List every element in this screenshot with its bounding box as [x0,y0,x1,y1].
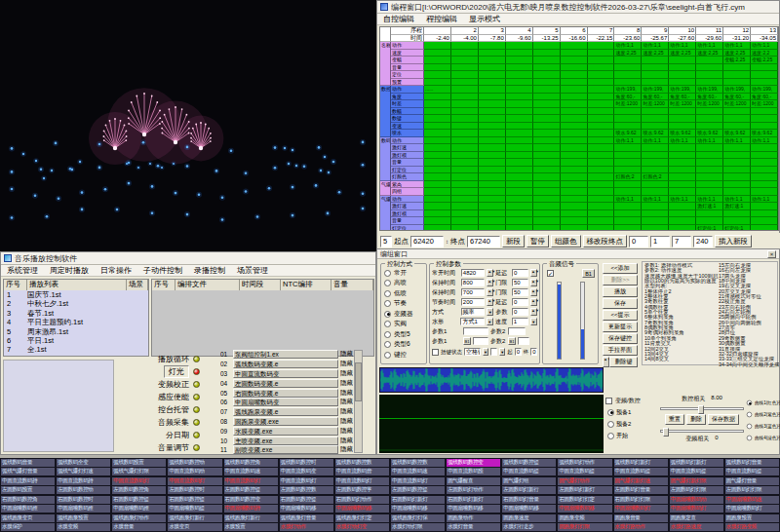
table-cell[interactable] [669,181,696,189]
spinner-icon[interactable]: ▲▼ [487,269,493,277]
table-cell[interactable] [451,50,479,57]
exe-name-chip[interactable]: 副喷变频.exe [233,445,338,454]
table-cell[interactable] [451,159,479,167]
table-cell[interactable] [479,225,506,232]
table-cell[interactable] [561,196,588,204]
table-cell[interactable] [588,137,615,145]
table-cell[interactable] [479,144,506,152]
exe-name-chip[interactable]: 左圆数码变频.e [233,379,338,388]
table-cell[interactable] [451,173,479,181]
table-cell[interactable] [588,188,615,196]
table-cell[interactable]: 灯颜色:2 [642,173,669,181]
channel-cell[interactable]: 弧线数码数控时 [280,459,333,467]
table-cell[interactable]: 时差:1200 [669,100,696,108]
channel-cell[interactable]: 中圆直流数码预 [447,468,500,475]
table-cell[interactable] [669,115,696,123]
table-cell[interactable] [479,167,506,174]
channel-cell[interactable]: 左圆数码数控动 [57,486,110,494]
table-cell[interactable] [451,167,479,174]
table-cell[interactable] [424,217,451,225]
side-button[interactable]: 保存键控 [603,333,638,344]
table-cell[interactable] [751,225,778,232]
table-cell[interactable] [506,188,533,196]
playlist-row[interactable]: 2中秋七夕.1st [4,299,148,308]
table-cell[interactable] [479,130,506,137]
table-cell[interactable] [669,210,696,218]
table-cell[interactable] [614,115,642,123]
table-cell[interactable]: 动作:1,1 [723,42,751,50]
table-cell[interactable]: 动作:199, [642,86,669,94]
table-cell[interactable] [751,144,778,152]
table-cell[interactable] [533,173,561,181]
table-cell[interactable]: 角度:60,- [696,94,723,101]
table-cell[interactable]: ...... [424,86,451,94]
table-cell[interactable] [506,115,533,123]
table-cell[interactable] [723,181,751,189]
table-cell[interactable] [424,50,451,57]
table-cell[interactable] [533,203,561,210]
table-cell[interactable]: 速度:2,25 [696,50,723,57]
channel-cell[interactable]: 中圆直流数码提 [558,468,611,475]
param-field[interactable]: 4820 [461,269,485,277]
table-cell[interactable] [506,217,533,225]
channel-cell[interactable]: 圆跑泉预置 [725,514,779,522]
table-cell[interactable] [669,152,696,160]
channel-cell[interactable]: 水膜灯动作 [280,523,333,531]
channel-cell[interactable]: 右圆数码数控时 [57,496,110,504]
table-cell[interactable] [696,71,723,79]
mode-option[interactable]: 常开 [381,268,426,279]
mode-option[interactable]: 低喷 [381,288,426,299]
channel-cell[interactable]: 弧线数码全变 [57,459,110,467]
table-cell[interactable]: 动作:1,1 [696,42,723,50]
table-cell[interactable] [561,115,588,123]
menu-item[interactable]: 周定时播放 [50,265,89,276]
table-cell[interactable] [479,173,506,181]
table-cell[interactable] [696,188,723,196]
table-cell[interactable] [424,123,451,131]
table-cell[interactable] [642,123,669,131]
table-cell[interactable] [506,79,533,87]
channel-cell[interactable]: 右圆数码数控提 [280,496,333,504]
hide-button[interactable]: 隐藏 [340,445,353,454]
table-cell[interactable] [669,108,696,116]
table-cell[interactable] [588,210,615,218]
table-cell[interactable] [588,152,615,160]
table-cell[interactable] [479,137,506,145]
table-cell[interactable]: 动作:1,1 [696,137,723,145]
mode-option[interactable]: 类型6 [381,340,426,351]
table-cell[interactable] [533,210,561,218]
table-cell[interactable] [614,159,642,167]
table-cell[interactable] [669,159,696,167]
mode-option[interactable]: 节奏 [381,299,426,310]
table-cell[interactable] [751,123,778,131]
audio-b1-button[interactable]: B1 [582,269,595,278]
param-field[interactable]: 方式1 [460,318,484,325]
spinner-icon[interactable]: ▲▼ [530,288,537,296]
toggle-row[interactable]: 灯光 [116,365,200,378]
toggle-row[interactable]: 变频校正 [116,378,200,391]
table-cell[interactable] [751,152,778,160]
table-cell[interactable]: 动作:1,1 [723,196,751,204]
table-cell[interactable]: 动作:1,1 [642,137,669,145]
table-cell[interactable] [424,71,451,79]
table-cell[interactable] [533,181,561,189]
table-cell[interactable] [451,86,479,94]
table-cell[interactable] [588,181,615,189]
prep-radio[interactable]: 开始 [607,430,631,441]
key-state-checkbox[interactable] [432,349,439,356]
exe-scrollbar-thumb[interactable] [355,362,362,401]
table-cell[interactable] [451,203,479,210]
table-cell[interactable] [533,159,561,167]
table-cell[interactable] [451,152,479,160]
mode-option[interactable]: 实阀 [381,320,426,330]
spinner-icon[interactable]: ▲▼ [530,269,537,277]
table-cell[interactable] [479,123,506,131]
table-cell[interactable] [561,173,588,181]
table-cell[interactable] [723,108,751,116]
toggle-row[interactable]: 播放循环 [116,353,200,365]
table-cell[interactable] [424,203,451,210]
toggle-row[interactable]: 音量调节 [116,441,200,453]
table-cell[interactable] [751,71,778,79]
table-cell[interactable]: 喷水:9.62 [614,130,642,137]
table-cell[interactable] [614,217,642,225]
